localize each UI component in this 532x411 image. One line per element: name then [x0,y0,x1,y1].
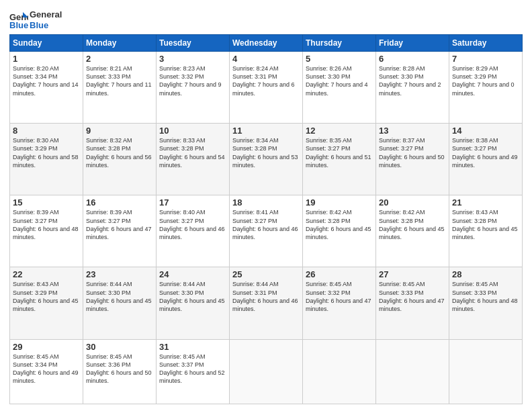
calendar-cell [376,339,449,404]
calendar-cell: 12Sunrise: 8:35 AMSunset: 3:27 PMDayligh… [303,124,376,195]
logo-blue: Blue [30,20,62,31]
day-info: Sunrise: 8:37 AMSunset: 3:27 PMDaylight:… [379,136,446,169]
day-number: 7 [452,54,519,64]
calendar-cell: 26Sunrise: 8:45 AMSunset: 3:32 PMDayligh… [303,267,376,339]
calendar-week-row: 15Sunrise: 8:39 AMSunset: 3:27 PMDayligh… [10,195,523,267]
calendar-cell: 24Sunrise: 8:44 AMSunset: 3:30 PMDayligh… [157,267,230,339]
calendar-cell: 1Sunrise: 8:20 AMSunset: 3:34 PMDaylight… [10,52,83,124]
day-number: 30 [86,342,153,352]
day-number: 22 [13,269,80,279]
day-info: Sunrise: 8:34 AMSunset: 3:28 PMDaylight:… [232,136,300,169]
day-number: 31 [159,342,226,352]
day-number: 27 [379,269,446,279]
day-number: 19 [306,197,373,208]
day-info: Sunrise: 8:45 AMSunset: 3:34 PMDaylight:… [13,353,80,385]
calendar-cell: 17Sunrise: 8:40 AMSunset: 3:27 PMDayligh… [157,195,230,267]
day-number: 20 [379,197,446,208]
day-number: 28 [452,269,519,279]
calendar-cell: 6Sunrise: 8:28 AMSunset: 3:30 PMDaylight… [376,52,449,124]
page: General Blue General Blue SundayMondayTu… [0,0,532,411]
day-info: Sunrise: 8:23 AMSunset: 3:32 PMDaylight:… [159,64,226,97]
day-info: Sunrise: 8:39 AMSunset: 3:27 PMDaylight:… [86,208,153,241]
day-number: 13 [379,126,446,136]
calendar-cell: 10Sunrise: 8:33 AMSunset: 3:28 PMDayligh… [157,124,230,195]
day-number: 3 [159,54,226,64]
calendar-cell: 14Sunrise: 8:38 AMSunset: 3:27 PMDayligh… [449,124,523,195]
calendar-cell: 19Sunrise: 8:42 AMSunset: 3:28 PMDayligh… [303,195,376,267]
day-number: 24 [159,269,226,279]
calendar-week-row: 8Sunrise: 8:30 AMSunset: 3:29 PMDaylight… [10,124,523,195]
day-info: Sunrise: 8:41 AMSunset: 3:27 PMDaylight:… [232,208,300,241]
day-number: 12 [306,126,373,136]
day-number: 10 [159,126,226,136]
weekday-header: Wednesday [230,35,303,52]
calendar-table: SundayMondayTuesdayWednesdayThursdayFrid… [9,34,523,404]
calendar-cell: 21Sunrise: 8:43 AMSunset: 3:28 PMDayligh… [449,195,523,267]
day-info: Sunrise: 8:45 AMSunset: 3:33 PMDaylight:… [379,280,446,313]
day-info: Sunrise: 8:28 AMSunset: 3:30 PMDaylight:… [379,64,446,97]
calendar-cell: 16Sunrise: 8:39 AMSunset: 3:27 PMDayligh… [83,195,157,267]
day-info: Sunrise: 8:39 AMSunset: 3:27 PMDaylight:… [13,208,80,241]
day-info: Sunrise: 8:43 AMSunset: 3:28 PMDaylight:… [452,208,519,241]
day-number: 4 [232,54,300,64]
day-number: 26 [306,269,373,279]
day-info: Sunrise: 8:45 AMSunset: 3:33 PMDaylight:… [452,280,519,313]
calendar-cell: 28Sunrise: 8:45 AMSunset: 3:33 PMDayligh… [449,267,523,339]
calendar-cell: 22Sunrise: 8:43 AMSunset: 3:29 PMDayligh… [10,267,83,339]
calendar-cell [303,339,376,404]
day-number: 23 [86,269,153,279]
logo-general: General [30,9,62,20]
header: General Blue General Blue [9,7,523,30]
day-info: Sunrise: 8:20 AMSunset: 3:34 PMDaylight:… [13,64,80,97]
day-number: 14 [452,126,519,136]
weekday-header: Sunday [10,35,83,52]
day-info: Sunrise: 8:21 AMSunset: 3:33 PMDaylight:… [86,64,153,97]
weekday-header: Monday [83,35,157,52]
calendar-week-row: 29Sunrise: 8:45 AMSunset: 3:34 PMDayligh… [10,339,523,404]
day-info: Sunrise: 8:44 AMSunset: 3:30 PMDaylight:… [159,280,226,313]
day-number: 18 [232,197,300,208]
day-info: Sunrise: 8:44 AMSunset: 3:31 PMDaylight:… [232,280,300,313]
calendar-cell: 8Sunrise: 8:30 AMSunset: 3:29 PMDaylight… [10,124,83,195]
calendar-cell: 27Sunrise: 8:45 AMSunset: 3:33 PMDayligh… [376,267,449,339]
header-row: SundayMondayTuesdayWednesdayThursdayFrid… [10,35,523,52]
day-number: 5 [306,54,373,64]
calendar-week-row: 1Sunrise: 8:20 AMSunset: 3:34 PMDaylight… [10,52,523,124]
day-info: Sunrise: 8:30 AMSunset: 3:29 PMDaylight:… [13,136,80,169]
calendar-cell: 31Sunrise: 8:45 AMSunset: 3:37 PMDayligh… [157,339,230,404]
day-number: 2 [86,54,153,64]
weekday-header: Saturday [449,35,523,52]
day-number: 21 [452,197,519,208]
day-number: 17 [159,197,226,208]
day-number: 15 [13,197,80,208]
logo: General Blue General Blue [9,9,62,30]
calendar-cell: 30Sunrise: 8:45 AMSunset: 3:36 PMDayligh… [83,339,157,404]
day-info: Sunrise: 8:42 AMSunset: 3:28 PMDaylight:… [379,208,446,241]
calendar-cell: 7Sunrise: 8:29 AMSunset: 3:29 PMDaylight… [449,52,523,124]
day-info: Sunrise: 8:38 AMSunset: 3:27 PMDaylight:… [452,136,519,169]
day-info: Sunrise: 8:24 AMSunset: 3:31 PMDaylight:… [232,64,300,97]
calendar-cell [449,339,523,404]
day-info: Sunrise: 8:32 AMSunset: 3:28 PMDaylight:… [86,136,153,169]
day-info: Sunrise: 8:45 AMSunset: 3:32 PMDaylight:… [306,280,373,313]
calendar-cell: 2Sunrise: 8:21 AMSunset: 3:33 PMDaylight… [83,52,157,124]
svg-text:Blue: Blue [9,20,28,30]
day-info: Sunrise: 8:29 AMSunset: 3:29 PMDaylight:… [452,64,519,97]
day-info: Sunrise: 8:26 AMSunset: 3:30 PMDaylight:… [306,64,373,97]
calendar-cell: 13Sunrise: 8:37 AMSunset: 3:27 PMDayligh… [376,124,449,195]
day-number: 8 [13,126,80,136]
day-number: 1 [13,54,80,64]
day-info: Sunrise: 8:42 AMSunset: 3:28 PMDaylight:… [306,208,373,241]
logo-icon: General Blue [9,11,28,30]
calendar-cell: 23Sunrise: 8:44 AMSunset: 3:30 PMDayligh… [83,267,157,339]
calendar-cell: 3Sunrise: 8:23 AMSunset: 3:32 PMDaylight… [157,52,230,124]
calendar-cell: 9Sunrise: 8:32 AMSunset: 3:28 PMDaylight… [83,124,157,195]
day-number: 29 [13,342,80,352]
day-info: Sunrise: 8:45 AMSunset: 3:36 PMDaylight:… [86,353,153,385]
day-number: 16 [86,197,153,208]
calendar-cell: 11Sunrise: 8:34 AMSunset: 3:28 PMDayligh… [230,124,303,195]
day-number: 11 [232,126,300,136]
weekday-header: Tuesday [157,35,230,52]
calendar-cell: 20Sunrise: 8:42 AMSunset: 3:28 PMDayligh… [376,195,449,267]
day-number: 6 [379,54,446,64]
